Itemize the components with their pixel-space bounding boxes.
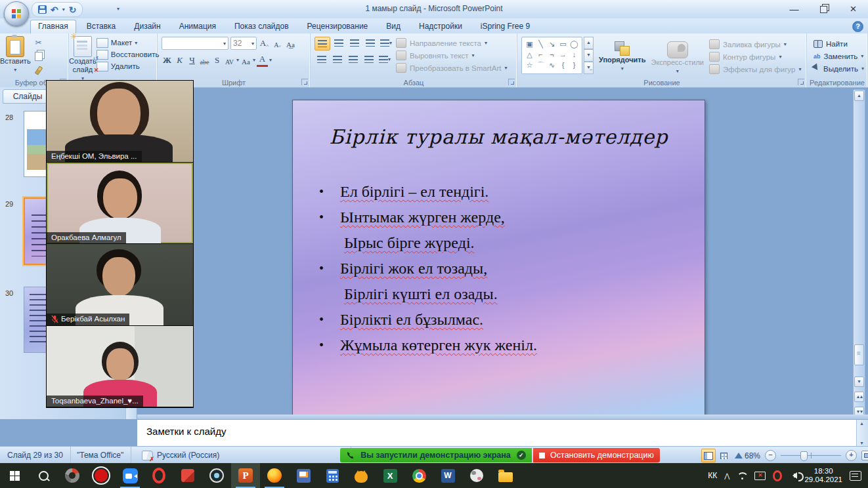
spellcheck-icon[interactable] [142, 451, 153, 460]
reset-button[interactable]: Восстановить [97, 49, 160, 60]
character-spacing-button[interactable]: AV [224, 54, 235, 66]
tab-addins[interactable]: Надстройки [411, 20, 470, 33]
shape-fill-button[interactable]: Заливка фигуры▾ [709, 38, 801, 51]
align-left-button[interactable] [315, 53, 329, 66]
shape-outline-button[interactable]: Контур фигуры▾ [709, 51, 801, 63]
tab-home[interactable]: Главная [30, 20, 76, 33]
strikethrough-button[interactable]: abe [199, 54, 210, 66]
drawing-dialog-launcher[interactable] [798, 79, 804, 85]
shape-effects-button[interactable]: Эффекты для фигур▾ [709, 63, 801, 75]
start-button[interactable] [0, 463, 29, 488]
notes-scrollbar[interactable]: ▲▼ [856, 420, 868, 447]
copy-icon[interactable] [32, 51, 45, 62]
align-text-button[interactable]: Выровнять текст▾ [396, 49, 508, 62]
fit-to-window-button[interactable] [861, 451, 868, 460]
notes-pane[interactable]: Заметки к слайду ▲▼ [137, 419, 868, 447]
taskbar-calculator[interactable] [318, 463, 347, 488]
paste-button[interactable]: Вставить ▾ [0, 33, 31, 76]
tray-clock[interactable]: 18:30 29.04.2021 [804, 467, 842, 484]
find-button[interactable]: Найти [814, 37, 867, 50]
align-right-button[interactable] [346, 53, 360, 66]
taskbar-record-app[interactable] [87, 463, 116, 488]
font-dialog-launcher[interactable] [301, 79, 308, 85]
tab-review[interactable]: Рецензирование [299, 20, 376, 33]
taskbar-excel[interactable]: X [376, 463, 404, 488]
convert-smartart-button[interactable]: Преобразовать в SmartArt▾ [396, 62, 508, 74]
zoom-out-button[interactable]: – [765, 450, 776, 461]
delete-slide-button[interactable]: Удалить [97, 60, 160, 72]
taskbar-file-explorer[interactable] [491, 463, 520, 488]
action-center-icon[interactable] [850, 471, 861, 481]
underline-button[interactable]: Ч [186, 54, 198, 66]
slide-title[interactable]: Бірлік туралы мақал-мәтелдер [293, 125, 705, 148]
columns-button[interactable]: ▾ [378, 53, 392, 66]
change-case-button[interactable]: Aa [240, 54, 251, 66]
notes-placeholder[interactable]: Заметки к слайду [137, 420, 868, 437]
bold-button[interactable]: Ж [162, 54, 173, 66]
tab-insert[interactable]: Вставка [79, 20, 124, 33]
office-button[interactable] [4, 1, 29, 26]
editor-vertical-scrollbar[interactable]: ▲ ▼ ▲▲ ▼▼ [853, 89, 865, 418]
taskbar-firefox[interactable] [260, 463, 289, 488]
stop-share-button[interactable]: Остановить демонстрацию [533, 448, 660, 462]
video-tile-participant-3[interactable]: Берікбай Асылхан [47, 244, 193, 326]
layout-button[interactable]: Макет▾ [97, 37, 160, 49]
normal-view-button[interactable] [701, 449, 716, 462]
new-slide-button[interactable]: Создать слайд ▾ [69, 33, 97, 83]
text-direction-button[interactable]: Направление текста▾ [396, 37, 508, 49]
align-center-button[interactable] [330, 53, 345, 66]
slide-body-text[interactable]: •Ел бірлігі – ел тендігі. •Ынтымак жүрге… [319, 179, 537, 358]
line-spacing-button[interactable]: ▾ [379, 37, 393, 49]
taskbar-recorder-app[interactable] [58, 463, 87, 488]
speaker-icon[interactable] [789, 472, 797, 479]
scroll-down-icon[interactable]: ▼ [854, 376, 864, 387]
taskbar-powerpoint-active[interactable]: P [231, 463, 260, 488]
taskbar-webcam-app[interactable] [202, 463, 231, 488]
wifi-icon[interactable] [737, 472, 747, 479]
quick-styles-button[interactable]: Экспресс-стили ▾ [651, 37, 704, 75]
tab-slideshow[interactable]: Показ слайдов [227, 20, 297, 33]
arrange-button[interactable]: Упорядочить ▾ [599, 37, 646, 73]
display-error-icon[interactable]: ✕ [754, 472, 766, 480]
taskbar-search-button[interactable] [29, 463, 58, 488]
italic-button[interactable]: К [174, 54, 185, 66]
taskbar-screen-recorder[interactable] [173, 463, 202, 488]
clear-formatting-button[interactable]: A͟a [285, 37, 296, 49]
minimize-button[interactable]: — [779, 0, 809, 18]
font-name-combobox[interactable]: ▾ [162, 37, 228, 50]
video-tile-participant-4[interactable]: Toqsanbaeva_Zhanel_♥... [47, 326, 193, 407]
zoom-in-button[interactable]: + [846, 450, 857, 461]
restore-button[interactable] [809, 0, 838, 18]
tab-design[interactable]: Дизайн [126, 20, 168, 33]
notes-splitter[interactable] [137, 415, 868, 419]
bullets-button[interactable] [315, 37, 330, 51]
taskbar-zoom-app[interactable] [116, 463, 144, 488]
taskbar-animal-app[interactable] [462, 463, 491, 488]
tab-view[interactable]: Вид [378, 20, 408, 33]
zoom-slider-thumb[interactable] [800, 451, 808, 461]
slideshow-button[interactable] [731, 449, 746, 462]
video-tile-participant-2-active-speaker[interactable]: Оракбаева Алмагул [47, 163, 193, 245]
shapes-more-icon[interactable]: ▼̲ [584, 62, 594, 74]
format-painter-icon[interactable] [32, 64, 45, 76]
select-button[interactable]: Выделить▾ [814, 62, 867, 75]
tab-ispring[interactable]: iSpring Free 9 [473, 20, 538, 33]
shapes-gallery[interactable]: ▣╲↘▭◯ △⌐¬→↓ ☆⌒∿{} [521, 37, 582, 74]
opera-tray-icon[interactable] [773, 470, 782, 481]
zoom-level[interactable]: 68% [745, 451, 760, 460]
decrease-indent-button[interactable] [347, 37, 362, 49]
language-indicator[interactable]: КК [708, 471, 717, 480]
shapes-scroll-down-icon[interactable]: ▼ [584, 49, 594, 62]
shapes-gallery-scroll[interactable]: ▲ ▼ ▼̲ [584, 37, 594, 74]
close-button[interactable]: × [838, 0, 868, 18]
tab-animation[interactable]: Анимация [171, 20, 224, 33]
increase-indent-button[interactable] [363, 37, 378, 49]
zoom-slider[interactable] [781, 451, 841, 460]
scroll-up-icon[interactable]: ▲ [854, 91, 864, 101]
font-color-button[interactable]: А [257, 52, 268, 67]
status-language[interactable]: Русский (Россия) [135, 447, 227, 464]
shapes-scroll-up-icon[interactable]: ▲ [584, 37, 594, 49]
taskbar-scratch[interactable] [347, 463, 376, 488]
paragraph-dialog-launcher[interactable] [508, 79, 515, 85]
cut-icon[interactable]: ✂ [32, 37, 45, 49]
